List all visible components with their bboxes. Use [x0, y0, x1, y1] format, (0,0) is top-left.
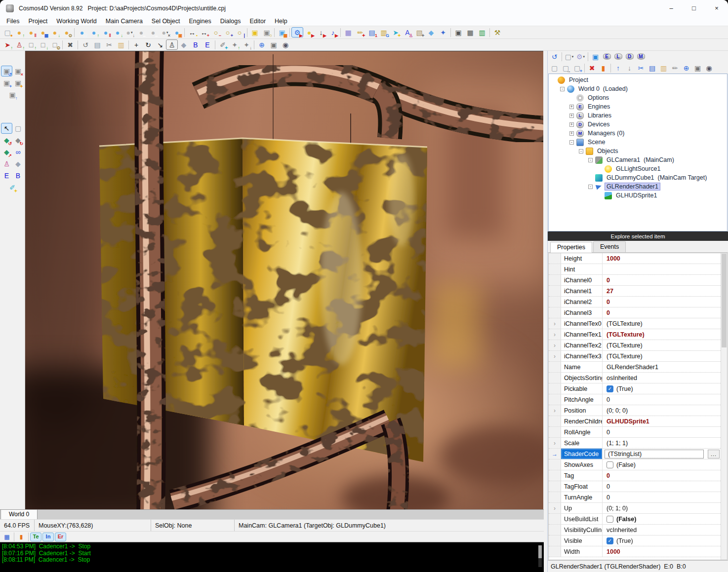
actor-run-icon[interactable]: ♙↑ [13, 39, 25, 50]
copy-object-icon[interactable]: ▤ [647, 63, 658, 73]
property-name[interactable]: Position [561, 405, 603, 416]
b-letter-icon[interactable]: B [12, 170, 24, 181]
link-rings-icon[interactable]: ∞ [12, 147, 24, 157]
pivot-actor-icon[interactable]: ♙ [166, 39, 178, 50]
property-value[interactable]: 0 [603, 483, 721, 490]
engine-start-icon[interactable]: ⚙▶ [291, 27, 303, 38]
menu-main-camera[interactable]: Main Camera [101, 16, 147, 26]
video-camera-icon[interactable]: ▣ [268, 39, 280, 50]
tab-world-0[interactable]: World 0 [0, 509, 38, 519]
property-name[interactable]: PitchAngle [561, 394, 603, 405]
fit-range-add-icon[interactable]: ↔+ [198, 27, 210, 38]
property-value[interactable]: (TStringList)... [603, 450, 721, 458]
tree-item-engines[interactable]: +EEngines [549, 102, 727, 111]
property-name[interactable]: Height [561, 253, 603, 264]
effect-down-icon[interactable]: ✦↓ [241, 39, 252, 50]
tree-item-glrendershader1[interactable]: -GLRenderShader1 [549, 182, 727, 191]
property-value[interactable]: (TGLTexture) [603, 331, 721, 338]
tilt-icon[interactable]: ◆↗ [1, 147, 12, 157]
tree-item-gldummycube1[interactable]: +GLDummyCube1 (MainCam Target) [549, 173, 727, 182]
object-load-icon[interactable]: □↑ [25, 39, 37, 50]
download-world-icon[interactable]: ●↓▾ [123, 27, 135, 38]
menu-working-world[interactable]: Working World [52, 16, 101, 26]
property-name[interactable]: iChannel1 [561, 286, 603, 296]
property-name[interactable]: iChannel2 [561, 297, 603, 307]
menu-engines[interactable]: Engines [185, 16, 216, 26]
filmstrip-icon[interactable]: ▦ [464, 27, 476, 38]
expand-gutter[interactable]: › [549, 340, 561, 350]
panel-splitter[interactable] [544, 51, 547, 572]
pen-effect-icon[interactable]: ✐✦ [217, 39, 229, 50]
tree-item-managers[interactable]: +MManagers (0) [549, 129, 727, 138]
property-grid-scrollbar[interactable] [721, 253, 727, 560]
tree-expander[interactable]: - [560, 87, 565, 91]
fill-icon[interactable]: ◆ [178, 39, 190, 50]
fit-range-icon[interactable]: ↔▪ [186, 27, 198, 38]
camera-move-icon[interactable]: ▣+ [1, 77, 12, 88]
emphasis-icon[interactable]: E [202, 39, 213, 50]
scale-icon[interactable]: ↘ [154, 39, 166, 50]
close-button[interactable]: × [705, 0, 728, 16]
save-log-icon[interactable]: ▦ [1, 533, 12, 541]
property-name[interactable]: Hint [561, 264, 603, 274]
property-name[interactable]: Scale [561, 438, 603, 448]
windows-layout-icon[interactable]: ▦ [342, 27, 354, 38]
menu-help[interactable]: Help [270, 16, 292, 26]
effect-up-icon[interactable]: ✦↑ [229, 39, 241, 50]
delete-icon[interactable]: ✖ [64, 39, 76, 50]
toggle-info-icon[interactable]: In [42, 533, 54, 541]
tree-item-gllightsource1[interactable]: +GLLightSource1 [549, 164, 727, 173]
reopen-project-icon[interactable]: ●‖ [25, 27, 37, 38]
script-editor-icon[interactable]: ✏✦ [354, 27, 366, 38]
property-name[interactable]: iChannelTex2 [561, 340, 603, 350]
focus-object-icon[interactable]: ⊕ [681, 63, 692, 73]
tree-expander[interactable]: - [579, 149, 583, 153]
property-name[interactable]: iChannel0 [561, 275, 603, 285]
property-name[interactable]: ShowAxes [561, 459, 603, 470]
toggle-errors-icon[interactable]: Er [55, 533, 66, 541]
checkbox-unchecked[interactable] [607, 516, 613, 523]
viewport-3d[interactable]: ··········· [25, 51, 543, 509]
clear-log-icon[interactable]: ▮ [16, 533, 27, 541]
object-add-icon[interactable]: ▢+ [571, 63, 583, 73]
property-value[interactable]: (TGLTexture) [603, 342, 721, 349]
bold-icon[interactable]: B [190, 39, 202, 50]
cube-menu-icon[interactable]: ▢▾ [564, 52, 575, 62]
tree-expander[interactable]: + [569, 105, 574, 109]
property-value[interactable]: (1; 1; 1) [603, 440, 721, 447]
tree-expander[interactable]: + [569, 114, 574, 118]
render-settings-icon[interactable]: ▣▦ [276, 27, 288, 38]
snapshot-camera-icon[interactable]: ▣ [452, 27, 464, 38]
tools-icon[interactable]: ⚒ [491, 27, 503, 38]
property-value[interactable]: (False) [603, 461, 721, 468]
property-value[interactable]: 0 [603, 494, 721, 501]
open-project-icon[interactable]: ●↑ [13, 27, 25, 38]
property-value[interactable]: 0 [603, 429, 721, 436]
select-cursor-icon[interactable]: ↖ [1, 123, 12, 134]
console-scrollbar[interactable] [538, 545, 542, 567]
visibility-eye-icon[interactable]: ◉ [703, 63, 715, 73]
zoom-100-icon[interactable]: ○| [234, 27, 245, 38]
maximize-button[interactable]: □ [683, 0, 705, 16]
object-find-icon[interactable]: □⊙ [49, 39, 61, 50]
tree-expander[interactable]: - [569, 140, 574, 145]
log-console[interactable]: [8:04:53 PM] Cadencer1 -> Stop[8:07:16 P… [0, 542, 544, 572]
turn-right-icon[interactable]: ◆↻ [12, 135, 24, 146]
property-name[interactable]: Pickable [561, 383, 603, 394]
property-value[interactable]: 1000 [603, 255, 721, 262]
camera-target-icon[interactable]: ▣✦ [12, 77, 24, 88]
cadencer-start-icon[interactable]: ●▶ [303, 27, 315, 38]
property-name[interactable]: TurnAngle [561, 492, 603, 502]
wand-icon[interactable]: ✐✦ [7, 182, 18, 193]
property-value[interactable]: 0 [603, 299, 721, 305]
find-project-icon[interactable]: ●⊙ [61, 27, 73, 38]
minimize-button[interactable]: – [660, 0, 683, 16]
expand-gutter[interactable]: › [549, 503, 561, 513]
audio-start-icon[interactable]: ♪▶ [327, 27, 339, 38]
world-forward-icon[interactable]: ●→ [147, 27, 159, 38]
property-value[interactable]: 27 [603, 288, 721, 295]
property-name[interactable]: Width [561, 546, 603, 557]
expand-gutter[interactable]: › [549, 318, 561, 329]
property-name[interactable]: iChannelTex1 [561, 329, 603, 340]
menu-files[interactable]: Files [2, 16, 24, 26]
